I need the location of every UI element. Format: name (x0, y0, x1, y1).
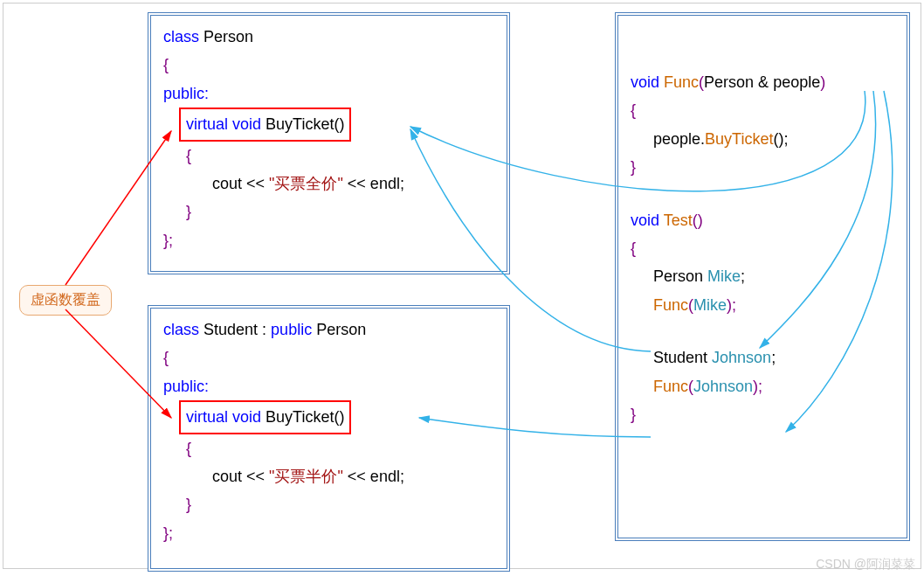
code-line: void Func(Person & people) (631, 68, 894, 96)
brace: } (163, 490, 494, 518)
func-name: Func (659, 73, 699, 91)
var-type: Student (653, 349, 712, 366)
code-line: Func(Johnson); (631, 372, 894, 400)
paren: ); (727, 296, 736, 314)
brace: } (163, 198, 494, 226)
code-line: Func(Mike); (631, 291, 894, 319)
code-line: people.BuyTicket(); (631, 125, 894, 153)
code-line: class Student : public Person (163, 316, 494, 344)
param-name: people (773, 73, 820, 91)
keyword-class: class (163, 28, 199, 45)
var-name: Mike (707, 267, 741, 285)
method-name: BuyTicket() (265, 115, 344, 133)
var-name: Johnson (712, 349, 771, 366)
keyword-virtual-void: virtual void (186, 408, 261, 426)
brace: { (631, 234, 894, 262)
code-line: cout << "买票全价" << endl; (163, 170, 494, 198)
code-text: cout << (212, 175, 269, 192)
code-line: void Test() (631, 206, 894, 234)
access-specifier: public: (163, 80, 494, 108)
code-text: << endl; (343, 175, 404, 192)
semicolon: ; (771, 349, 776, 366)
keyword-public: public (271, 321, 312, 338)
callout-override: 虚函数覆盖 (19, 285, 112, 316)
func-box: void Func(Person & people) { people.BuyT… (615, 12, 910, 541)
person-class-box: class Person { public: virtual void BuyT… (148, 12, 510, 274)
brace: { (631, 96, 894, 124)
code-line: Person Mike; (631, 262, 894, 290)
brace: { (163, 142, 494, 170)
separator: : (258, 321, 271, 338)
method-name: BuyTicket() (265, 408, 344, 426)
diagram-container: class Person { public: virtual void BuyT… (3, 3, 921, 569)
brace: }; (163, 226, 494, 254)
var-type: Person (653, 267, 707, 285)
virtual-method-box: virtual void BuyTicket() (179, 400, 351, 434)
method-signature: virtual void BuyTicket() (163, 400, 494, 434)
brace: }; (163, 519, 494, 547)
brace: { (163, 51, 494, 79)
paren: ); (753, 378, 762, 395)
code-text: << endl; (343, 468, 404, 485)
semicolon: ; (741, 267, 745, 285)
brace: } (631, 153, 894, 181)
keyword-virtual-void: virtual void (186, 115, 261, 133)
watermark: CSDN @阿润菜菜 (816, 557, 915, 573)
code-line: Student Johnson; (631, 344, 894, 371)
method-call: BuyTicket (705, 130, 773, 148)
string-literal: "买票半价" (269, 468, 343, 485)
base-class: Person (312, 321, 366, 338)
student-class-box: class Student : public Person { public: … (148, 305, 510, 572)
amp: & (754, 73, 773, 91)
code-line: class Person (163, 23, 494, 51)
paren: ) (820, 73, 825, 91)
code-line: cout << "买票半价" << endl; (163, 462, 494, 490)
keyword-class: class (163, 321, 199, 338)
paren: () (693, 212, 703, 229)
method-signature: virtual void BuyTicket() (163, 108, 494, 141)
keyword-void: void (631, 73, 659, 91)
func-name: Test (659, 212, 693, 229)
brace: } (631, 400, 894, 428)
class-name: Person (203, 28, 253, 45)
code-text: cout << (212, 468, 269, 485)
class-name: Student (203, 321, 258, 338)
access-specifier: public: (163, 372, 494, 400)
func-call: Func (653, 378, 688, 395)
brace: { (163, 434, 494, 462)
keyword-void: void (631, 212, 659, 229)
arg: Johnson (693, 378, 753, 395)
code-text: people. (653, 130, 705, 148)
func-call: Func (653, 296, 688, 314)
code-text: (); (773, 130, 788, 148)
arg: Mike (693, 296, 727, 314)
virtual-method-box: virtual void BuyTicket() (179, 108, 351, 141)
param-type: Person (704, 73, 754, 91)
brace: { (163, 344, 494, 371)
string-literal: "买票全价" (269, 175, 343, 192)
